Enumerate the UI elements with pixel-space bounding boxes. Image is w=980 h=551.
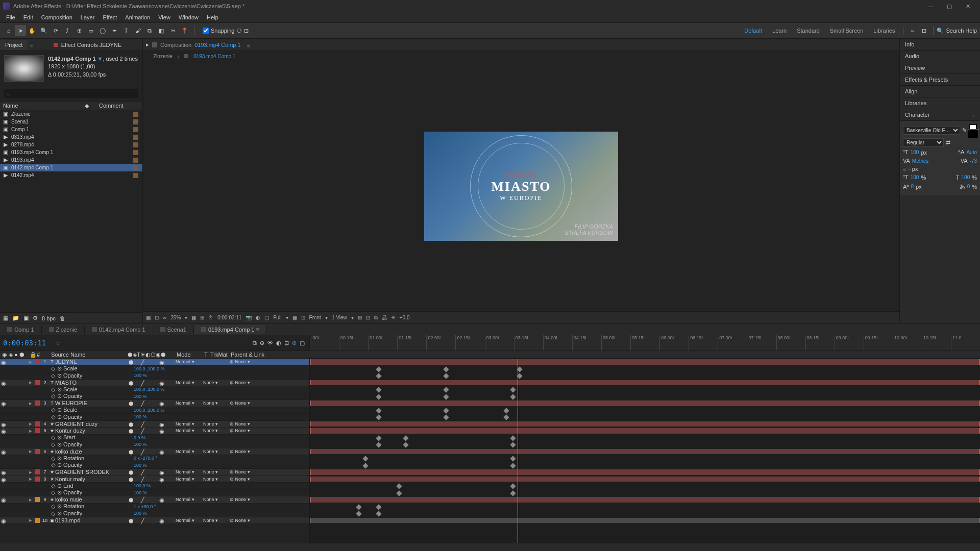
tl-opt1-icon[interactable]: ⧉: [253, 340, 257, 346]
property-row[interactable]: ◇⊙ Scale100,0 ,100,0 %: [0, 366, 309, 373]
leading-value[interactable]: Auto: [966, 149, 977, 155]
label-col-icon[interactable]: ◆: [85, 103, 89, 109]
crumb-root[interactable]: Zlozenie: [153, 54, 173, 59]
tab-effect-controls[interactable]: Effect Controls JEDYNE: [48, 40, 127, 50]
maximize-button[interactable]: ▢: [940, 1, 959, 11]
tab-project[interactable]: Project: [0, 40, 28, 50]
property-row[interactable]: ◇⊙ Opacity100 %: [0, 372, 309, 380]
layer-row[interactable]: ◉ ▸6 ★kolko duze ⬢╱◉ Normal ▾ None ▾ ⊚ N…: [0, 448, 309, 456]
property-row[interactable]: ◇⊙ Opacity100 %: [0, 490, 309, 497]
clone-tool[interactable]: ⧉: [144, 25, 155, 36]
col-name[interactable]: Name: [3, 103, 85, 109]
panel-effects-presets[interactable]: Effects & Presets: [900, 74, 980, 86]
comp-back-icon[interactable]: ▸: [146, 41, 149, 48]
project-item[interactable]: ▣Comp 1: [0, 126, 142, 133]
ft-fast-icon[interactable]: ⊡: [366, 315, 370, 320]
pen-tool[interactable]: ✒: [109, 25, 120, 36]
property-row[interactable]: ◇⊙ Opacity100 %: [0, 510, 309, 517]
project-item[interactable]: ▣Scena1: [0, 118, 142, 126]
ft-adjust-icon[interactable]: ∞: [163, 315, 166, 320]
menu-edit[interactable]: Edit: [19, 13, 37, 21]
ft-snapshot-icon[interactable]: 📷: [246, 315, 252, 320]
property-row[interactable]: ◇⊙ Opacity100 %: [0, 462, 309, 469]
hscale-value[interactable]: 100: [962, 174, 970, 180]
bpc-button[interactable]: 8 bpc: [42, 315, 56, 321]
timeline-search-icon[interactable]: ⌕: [56, 340, 60, 346]
project-item[interactable]: ▶0313.mp4: [0, 133, 142, 141]
tl-opt2-icon[interactable]: ⊕: [260, 340, 264, 346]
panel-align[interactable]: Align: [900, 86, 980, 97]
type-tool[interactable]: T: [120, 25, 132, 36]
timeline-layers[interactable]: ◉ ▸1 TJEDYNE ⬢╱◉ Normal ▾ ⊚ None ▾◇⊙ Sca…: [0, 359, 310, 543]
ellipse-tool[interactable]: ◯: [97, 25, 108, 36]
reset-workspace-icon[interactable]: ⊡: [918, 25, 929, 36]
folder-icon[interactable]: 📁: [12, 315, 19, 321]
property-row[interactable]: ◇⊙ Opacity100 %: [0, 414, 309, 421]
project-item[interactable]: ▣Zlozenie: [0, 110, 142, 118]
tl-opt5-icon[interactable]: ⊡: [284, 340, 289, 346]
col-source-name[interactable]: Source Name: [49, 352, 126, 358]
property-row[interactable]: ◇⊙ Opacity100 %: [0, 393, 309, 400]
panel-info[interactable]: Info: [900, 39, 980, 51]
minimize-button[interactable]: —: [922, 1, 940, 11]
crumb-current[interactable]: 0193.mp4 Comp 1: [193, 54, 235, 59]
ft-alpha-icon[interactable]: ▦: [146, 315, 151, 320]
workspace-small-screen[interactable]: Small Screen: [825, 28, 868, 34]
puppet-tool[interactable]: 📍: [179, 25, 190, 36]
property-row[interactable]: ◇⊙ Rotation0 x -270,0 °: [0, 455, 309, 462]
panel-libraries[interactable]: Libraries: [900, 97, 980, 109]
comp-tab-menu[interactable]: ≡: [247, 42, 250, 48]
new-comp-icon[interactable]: ▣: [23, 315, 29, 321]
property-row[interactable]: ◇⊙ End100,0 %: [0, 483, 309, 490]
ft-time-icon[interactable]: ⏱: [208, 315, 213, 320]
workspace-default[interactable]: Default: [739, 28, 767, 34]
layer-row[interactable]: ◉ ▸1 TJEDYNE ⬢╱◉ Normal ▾ ⊚ None ▾: [0, 359, 309, 366]
panel-character-header[interactable]: Character≡: [900, 109, 980, 121]
col-mode[interactable]: Mode: [175, 352, 202, 358]
timeline-tab[interactable]: 0142.mp4 Comp 1: [85, 325, 153, 334]
panel-audio[interactable]: Audio: [900, 51, 980, 62]
project-list[interactable]: ▣Zlozenie▣Scena1▣Comp 1▶0313.mp4▶0278.mp…: [0, 110, 142, 312]
font-size-value[interactable]: 100: [911, 149, 919, 155]
property-row[interactable]: ◇⊙ Rotation1 x +90,0 °: [0, 504, 309, 511]
trash-icon[interactable]: 🗑: [60, 315, 65, 321]
composition-viewport[interactable]: JEDYNE MIASTO W EUROPIE FILIP GÓRZKA STR…: [143, 61, 899, 311]
kerning-value[interactable]: Metrics: [912, 158, 928, 164]
close-button[interactable]: ✕: [959, 1, 977, 11]
rotate-tool[interactable]: ⤴: [62, 25, 73, 36]
menu-view[interactable]: View: [154, 13, 175, 21]
interpret-icon[interactable]: ▦: [3, 315, 8, 321]
ft-3d-icon[interactable]: ⊡: [301, 315, 305, 320]
eyedropper-icon[interactable]: ✎: [962, 127, 967, 134]
menu-window[interactable]: Window: [175, 13, 203, 21]
views-dropdown[interactable]: 1 View: [332, 315, 347, 320]
anchor-tool[interactable]: ⊕: [74, 25, 85, 36]
layer-row[interactable]: ◉ ▸9 ★kolko male ⬢╱◉ Normal ▾ None ▾ ⊚ N…: [0, 496, 309, 504]
snapping-checkbox[interactable]: [203, 28, 209, 34]
menu-layer[interactable]: Layer: [77, 13, 99, 21]
timeline-tab[interactable]: Scena1: [153, 325, 194, 334]
ft-flow-icon[interactable]: 品: [382, 314, 387, 321]
ft-roi-icon[interactable]: ▢: [264, 315, 269, 320]
footer-timecode[interactable]: 0:00:03:11: [217, 315, 241, 320]
menu-effect[interactable]: Effect: [99, 13, 121, 21]
property-row[interactable]: ◇⊙ Start0,0 %: [0, 435, 309, 442]
vscale-value[interactable]: 100: [911, 174, 919, 180]
font-style-select[interactable]: Regular: [903, 138, 944, 147]
col-trkmat[interactable]: TrkMat: [208, 352, 229, 358]
menu-animation[interactable]: Animation: [121, 13, 154, 21]
ft-exposure-icon[interactable]: ☀: [391, 315, 396, 320]
color-swatch[interactable]: [969, 124, 977, 136]
workspace-standard[interactable]: Standard: [792, 28, 825, 34]
current-time[interactable]: 0:00:03:11: [3, 339, 46, 347]
ft-timeline-icon[interactable]: ⧉: [374, 315, 378, 321]
ft-guides-icon[interactable]: ⊞: [200, 315, 204, 320]
project-item[interactable]: ▶0278.mp4: [0, 141, 142, 148]
tl-graph-icon[interactable]: ⊘: [292, 340, 297, 346]
tl-opt4-icon[interactable]: ◐: [276, 340, 281, 346]
exposure-value[interactable]: +0,0: [400, 315, 410, 320]
timeline-tracks[interactable]: [310, 359, 980, 543]
tsume-value[interactable]: 0: [967, 184, 970, 189]
orbit-tool[interactable]: ⟳: [50, 25, 61, 36]
project-item[interactable]: ▣0193.mp4 Comp 1: [0, 148, 142, 156]
